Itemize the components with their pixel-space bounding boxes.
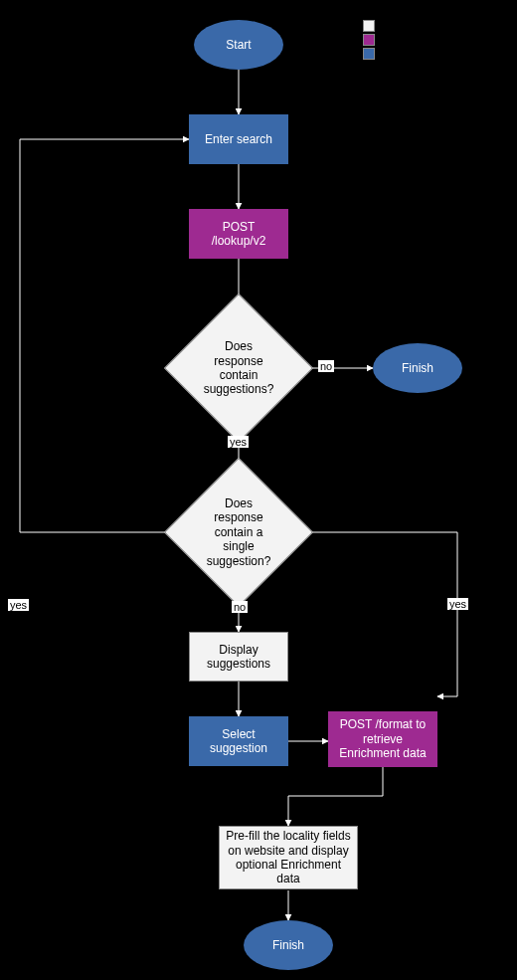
legend-row-white (363, 20, 381, 32)
decision-suggestions-node: Does response contain suggestions? (186, 315, 291, 421)
post-lookup-node: POST /lookup/v2 (189, 209, 288, 259)
edge-d2-yes-right: yes (447, 598, 468, 610)
start-node: Start (194, 20, 283, 70)
finish-bottom-label: Finish (272, 938, 304, 952)
post-format-label: POST /format to retrieve Enrichment data (334, 717, 431, 760)
display-suggestions-label: Display suggestions (196, 643, 281, 672)
edge-d2-yes-left: yes (8, 599, 29, 611)
select-suggestion-label: Select suggestion (195, 727, 282, 756)
decision-suggestions-label: Does response contain suggestions? (204, 339, 274, 397)
post-lookup-label: POST /lookup/v2 (195, 220, 282, 249)
start-label: Start (226, 38, 251, 52)
decision-single-label: Does response contain a single suggestio… (204, 496, 273, 568)
edge-d1-no: no (318, 360, 334, 372)
legend-row-blue (363, 48, 381, 60)
edge-d1-yes: yes (228, 436, 249, 448)
enter-search-node: Enter search (189, 114, 288, 164)
select-suggestion-node: Select suggestion (189, 716, 288, 766)
edge-d2-no: no (232, 601, 248, 613)
finish-right-label: Finish (402, 361, 433, 375)
prefill-label: Pre-fill the locality fields on website … (226, 829, 351, 886)
finish-bottom-node: Finish (244, 920, 333, 970)
finish-right-node: Finish (373, 343, 462, 393)
display-suggestions-node: Display suggestions (189, 632, 288, 682)
legend-row-magenta (363, 34, 381, 46)
post-format-node: POST /format to retrieve Enrichment data (328, 711, 437, 767)
decision-single-node: Does response contain a single suggestio… (186, 480, 291, 585)
prefill-node: Pre-fill the locality fields on website … (219, 826, 358, 889)
enter-search-label: Enter search (205, 132, 272, 146)
legend (363, 20, 381, 62)
